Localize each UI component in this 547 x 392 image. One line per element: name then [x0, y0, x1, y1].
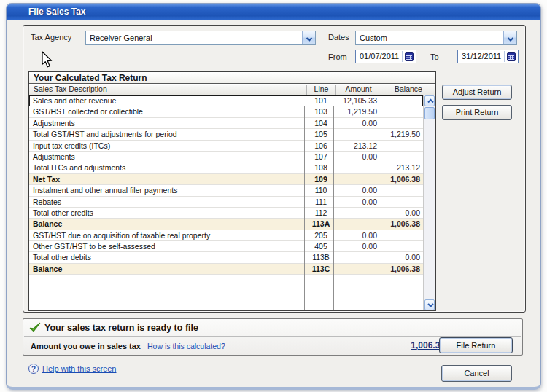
dates-combobox[interactable]: Custom [355, 31, 517, 45]
cell-balance [381, 241, 423, 251]
dates-value: Custom [360, 31, 387, 44]
cell-line: 105 [306, 129, 335, 139]
cell-amount [335, 174, 381, 184]
cell-amount: 1,219.50 [335, 106, 381, 117]
table-row[interactable]: GST/HST due on acquisition of taxable re… [29, 230, 423, 241]
cell-description: Total ITCs and adjustments [29, 162, 306, 173]
cell-amount [335, 252, 381, 262]
chevron-down-icon [426, 302, 435, 309]
cell-description: Total other credits [29, 208, 306, 218]
column-header-line: Line [306, 85, 335, 95]
cell-description: Sales and other revenue [29, 95, 306, 106]
column-header-description: Sales Tax Description [29, 85, 306, 95]
cell-description: Total other debits [29, 252, 306, 262]
table-row[interactable]: Balance113C1,006.38 [29, 264, 423, 275]
cell-line: 103 [306, 106, 335, 117]
status-divider [24, 336, 521, 337]
cell-balance [381, 185, 423, 195]
cell-description: Instalment and other annual filer paymen… [29, 185, 306, 195]
cell-description: GST/HST collected or collectible [29, 106, 306, 117]
chevron-up-icon [426, 98, 435, 105]
cell-balance [381, 141, 423, 151]
table-row[interactable]: Balance113A1,006.38 [29, 219, 423, 230]
table-row[interactable]: Total other debits113B0.00 [29, 252, 423, 263]
cell-balance: 0.00 [381, 252, 423, 262]
to-label: To [430, 52, 439, 61]
vertical-scrollbar[interactable] [423, 95, 435, 310]
dates-dropdown-button[interactable] [503, 31, 516, 44]
owe-amount-value[interactable]: 1,006.38 [372, 340, 445, 350]
tax-agency-value: Receiver General [90, 31, 152, 44]
file-return-button[interactable]: File Return [439, 337, 513, 353]
help-question-icon[interactable]: ? [28, 364, 39, 374]
table-row[interactable]: Input tax credits (ITCs)106213.12 [29, 141, 423, 152]
status-box: Your sales tax return is ready to file A… [23, 318, 523, 356]
scroll-up-button[interactable] [424, 95, 435, 106]
cell-balance: 0.00 [381, 208, 423, 218]
table-row[interactable]: Total GST/HST and adjustments for period… [29, 129, 423, 140]
cell-description: Input tax credits (ITCs) [29, 141, 306, 151]
scrollbar-thumb[interactable] [424, 107, 435, 119]
file-sales-tax-dialog: File Sales Tax Tax Agency Receiver Gener… [6, 3, 541, 390]
how-calculated-link[interactable]: How is this calculated? [147, 342, 225, 350]
column-header-balance: Balance [381, 85, 435, 95]
screen: File Sales Tax Tax Agency Receiver Gener… [0, 0, 547, 392]
cell-amount: 0.00 [335, 230, 381, 240]
table-row[interactable]: Adjustments1070.00 [29, 152, 423, 162]
cell-balance: 1,006.38 [381, 219, 423, 229]
cell-description: Net Tax [29, 174, 306, 184]
cell-line: 109 [306, 174, 335, 184]
cell-line: 113A [306, 219, 335, 229]
cell-amount [335, 208, 381, 218]
cell-description: Balance [29, 219, 306, 229]
table-row[interactable]: Adjustments1040.00 [29, 118, 423, 129]
tax-agency-combobox[interactable]: Receiver General [85, 31, 316, 45]
cell-description: Balance [29, 264, 306, 274]
cell-line: 106 [306, 141, 335, 151]
table-row[interactable]: GST/HST collected or collectible1031,219… [29, 106, 423, 117]
table-row[interactable]: Net Tax1091,006.38 [29, 174, 423, 185]
cell-line: 107 [306, 152, 335, 162]
to-date-value: 31/12/2011 [462, 50, 501, 63]
cell-description: Total GST/HST and adjustments for period [29, 129, 306, 139]
table-body: Sales and other revenue10112,105.33GST/H… [29, 95, 423, 310]
help-link[interactable]: Help with this screen [42, 364, 117, 373]
table-row[interactable]: Total ITCs and adjustments108213.12 [29, 162, 423, 173]
calendar-icon [405, 52, 414, 61]
cell-balance [381, 230, 423, 240]
table-row[interactable]: Rebates1110.00 [29, 197, 423, 208]
cell-amount [335, 264, 381, 274]
cell-amount [335, 129, 381, 139]
owe-label: Amount you owe in sales tax [31, 342, 141, 350]
cell-description: GST/HST due on acquisition of taxable re… [29, 230, 306, 240]
scroll-down-button[interactable] [424, 299, 435, 310]
cancel-button[interactable]: Cancel [441, 365, 512, 382]
cell-line: 113B [306, 252, 335, 262]
from-date-value: 01/07/2011 [360, 50, 399, 63]
cell-amount: 213.12 [335, 141, 381, 151]
table-row[interactable]: Other GST/HST to be self-assessed4050.00 [29, 241, 423, 252]
cell-description: Other GST/HST to be self-assessed [29, 241, 306, 251]
cell-line: 110 [306, 185, 335, 195]
adjust-return-button[interactable]: Adjust Return [442, 85, 512, 100]
table-row[interactable]: Instalment and other annual filer paymen… [29, 185, 423, 196]
from-calendar-button[interactable] [402, 51, 415, 62]
cell-amount: 0.00 [335, 241, 381, 251]
cell-line: 108 [306, 162, 335, 173]
cell-balance: 1,006.38 [381, 174, 423, 184]
table-row[interactable]: Sales and other revenue10112,105.33 [29, 95, 423, 106]
calendar-icon [507, 52, 516, 61]
chevron-down-icon [505, 34, 516, 44]
cell-balance: 1,006.38 [381, 264, 423, 274]
to-date-field[interactable]: 31/12/2011 [457, 50, 519, 63]
dates-label: Dates [328, 33, 349, 42]
cell-line: 112 [306, 208, 335, 218]
from-date-field[interactable]: 01/07/2011 [355, 50, 416, 63]
print-return-button[interactable]: Print Return [442, 105, 512, 120]
cell-balance [381, 197, 423, 207]
cell-line: 405 [306, 241, 335, 251]
table-header: Sales Tax Description Line Amount Balanc… [29, 85, 435, 95]
table-row[interactable]: Total other credits1120.00 [29, 208, 423, 219]
to-calendar-button[interactable] [504, 51, 517, 62]
tax-agency-dropdown-button[interactable] [302, 31, 315, 44]
